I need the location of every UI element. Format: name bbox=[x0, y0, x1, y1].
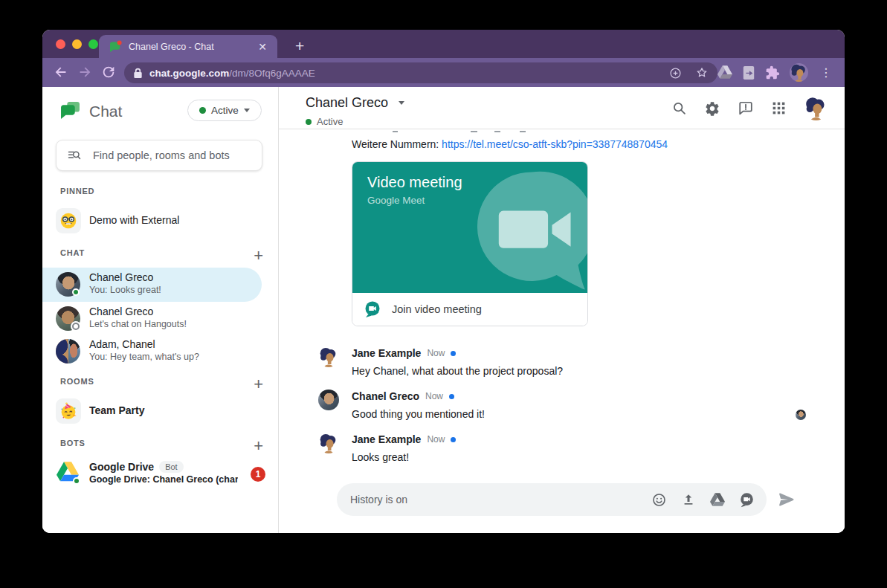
presence-dot-icon bbox=[199, 107, 206, 114]
settings-gear-icon[interactable] bbox=[704, 100, 720, 117]
bot-name: Google DriveBot bbox=[89, 461, 184, 473]
tab-title: Chanel Greco - Chat bbox=[129, 42, 255, 52]
conversation-title: Chanel Greco bbox=[306, 95, 388, 111]
app-name: Chat bbox=[89, 103, 122, 120]
chat-list-item-chanel-greco-2[interactable]: Chanel Greco Let's chat on Hangouts! bbox=[42, 302, 279, 336]
presence-dot-icon bbox=[306, 119, 312, 125]
conversation-header: Chanel Greco Active bbox=[279, 87, 845, 129]
video-meeting-card-banner: Video meeting Google Meet bbox=[352, 162, 587, 293]
presence-status-selector[interactable]: Active bbox=[187, 100, 262, 121]
drive-extension-icon[interactable] bbox=[717, 65, 732, 80]
search-input[interactable] bbox=[93, 149, 251, 161]
chat-preview: You: Hey team, what's up? bbox=[89, 352, 199, 362]
upload-icon[interactable] bbox=[681, 492, 696, 507]
docs-extension-icon[interactable] bbox=[742, 65, 755, 80]
phone-line-prefix: Weitere Nummern: bbox=[352, 138, 442, 150]
chat-preview: You: Looks great! bbox=[89, 285, 161, 295]
message-text: Hey Chanel, what about the project propo… bbox=[352, 365, 563, 377]
tab-close-icon[interactable]: ✕ bbox=[255, 40, 270, 54]
read-receipt-avatar bbox=[796, 410, 806, 420]
fullscreen-window-button[interactable] bbox=[88, 39, 98, 49]
message-composer bbox=[337, 483, 796, 516]
message-author[interactable]: Jane Example bbox=[352, 433, 421, 445]
search-icon[interactable] bbox=[671, 100, 687, 116]
unread-dot-icon bbox=[451, 351, 456, 356]
chevron-down-icon bbox=[399, 101, 404, 105]
partying-face-emoji bbox=[59, 402, 77, 420]
chat-list-item-adam-chanel[interactable]: Adam, Chanel You: Hey team, what's up? bbox=[42, 335, 279, 369]
join-video-meeting-button[interactable]: Join video meeting bbox=[352, 293, 587, 326]
pinned-section-label: PINNED bbox=[60, 187, 94, 196]
zoom-plus-icon[interactable] bbox=[669, 67, 682, 80]
drive-icon[interactable] bbox=[710, 493, 725, 507]
message-author[interactable]: Jane Example bbox=[352, 347, 421, 359]
chat-list-item-chanel-greco-1[interactable]: Chanel Greco You: Looks great! bbox=[42, 268, 262, 302]
chat-section-label: CHAT bbox=[60, 248, 85, 257]
extensions-puzzle-icon[interactable] bbox=[765, 65, 780, 80]
find-chat-icon bbox=[67, 148, 82, 163]
pinned-item-name: Demo with External bbox=[89, 214, 179, 226]
presence-active-dot bbox=[72, 288, 80, 296]
meet-phone-link[interactable]: https://tel.meet/cso-atft-skb?pin=338774… bbox=[442, 138, 668, 150]
browser-profile-avatar[interactable] bbox=[790, 63, 808, 82]
traffic-lights bbox=[56, 39, 98, 49]
chat-name: Chanel Greco bbox=[89, 306, 153, 317]
bot-list-item-google-drive[interactable]: Google DriveBot Google Drive: Chanel Gre… bbox=[42, 457, 279, 491]
avatar bbox=[318, 433, 339, 453]
forward-icon[interactable] bbox=[77, 64, 93, 80]
account-avatar[interactable] bbox=[804, 96, 828, 120]
bookmark-star-icon[interactable] bbox=[695, 66, 709, 80]
video-meeting-subtitle: Google Meet bbox=[367, 195, 425, 206]
chat-preview: Let's chat on Hangouts! bbox=[89, 319, 187, 329]
chat-sidebar: Chat Active PINNED bbox=[42, 87, 279, 533]
message-text: Good thing you mentioned it! bbox=[352, 408, 485, 420]
reload-icon[interactable] bbox=[100, 64, 117, 80]
presence-label: Active bbox=[211, 105, 239, 116]
composer-pill[interactable] bbox=[337, 483, 767, 516]
chat-name: Chanel Greco bbox=[89, 271, 153, 283]
chevron-down-icon bbox=[244, 109, 250, 112]
message-time: Now bbox=[427, 348, 445, 358]
conversation-status: Active bbox=[306, 116, 343, 127]
browser-menu-kebab-icon[interactable]: ⋮ bbox=[818, 67, 834, 79]
unread-dot-icon bbox=[451, 437, 456, 442]
add-room-icon[interactable]: + bbox=[254, 376, 263, 392]
url-path: /dm/8Ofq6gAAAAE bbox=[229, 68, 315, 79]
browser-tab[interactable]: Chanel Greco - Chat ✕ bbox=[99, 35, 277, 58]
chat-logo bbox=[60, 101, 80, 121]
send-icon[interactable] bbox=[778, 491, 796, 508]
unread-dot-icon bbox=[449, 394, 454, 399]
chat-favicon-icon bbox=[109, 40, 122, 53]
address-bar[interactable]: chat.google.com/dm/8Ofq6gAAAAE bbox=[124, 62, 717, 83]
meet-phone-numbers-line: Weitere Nummern: https://tel.meet/cso-at… bbox=[352, 138, 668, 150]
add-bot-icon[interactable]: + bbox=[254, 438, 263, 454]
message-input[interactable] bbox=[350, 494, 642, 505]
clipped-previous-message bbox=[352, 130, 530, 133]
app-content: Chat Active PINNED bbox=[42, 87, 845, 533]
find-people-search[interactable] bbox=[56, 140, 262, 171]
message-author[interactable]: Chanel Greco bbox=[352, 390, 419, 402]
new-tab-button[interactable]: + bbox=[289, 37, 310, 55]
profile-avatar-illustration bbox=[790, 63, 808, 82]
room-name: Team Party bbox=[89, 404, 144, 416]
video-meeting-card[interactable]: Video meeting Google Meet Join video mee… bbox=[352, 161, 588, 326]
bots-section-label: BOTS bbox=[60, 439, 86, 448]
emoji-icon[interactable] bbox=[651, 492, 667, 508]
minimize-window-button[interactable] bbox=[72, 39, 82, 49]
message-text: Looks great! bbox=[352, 451, 409, 463]
apps-grid-icon[interactable] bbox=[771, 100, 787, 116]
room-list-item-team-party[interactable]: Team Party bbox=[42, 395, 279, 429]
message-time: Now bbox=[425, 391, 443, 401]
back-icon[interactable] bbox=[53, 64, 69, 80]
presence-active-dot bbox=[73, 477, 80, 485]
conversation-title-row[interactable]: Chanel Greco bbox=[306, 95, 404, 111]
add-chat-icon[interactable]: + bbox=[254, 248, 263, 264]
pinned-item-demo-with-external[interactable]: Demo with External bbox=[42, 204, 279, 239]
lock-icon bbox=[133, 68, 143, 79]
feedback-icon[interactable] bbox=[738, 100, 754, 117]
extension-icons: ⋮ bbox=[717, 63, 834, 82]
meet-camera-icon[interactable] bbox=[739, 492, 755, 508]
close-window-button[interactable] bbox=[56, 39, 65, 49]
video-meeting-title: Video meeting bbox=[367, 174, 462, 191]
group-avatar bbox=[56, 339, 80, 364]
